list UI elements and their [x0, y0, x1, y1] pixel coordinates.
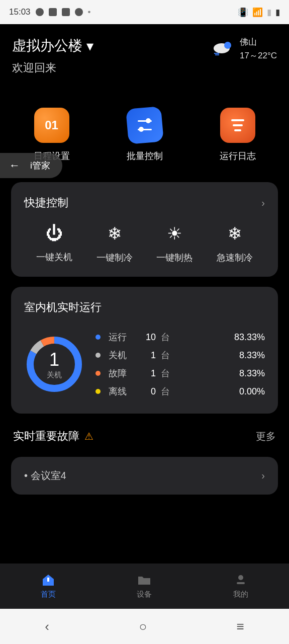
legend-dot [95, 353, 101, 358]
quick-label: 急速制冷 [217, 252, 253, 264]
runtime-donut-chart: 1 关机 [24, 334, 84, 394]
quick-label: 一键制热 [156, 252, 192, 264]
svg-rect-6 [47, 578, 49, 582]
stat-row-offline: 离线 0 台 0.00% [95, 382, 265, 400]
faults-title: 实时重要故障 [13, 429, 79, 444]
stat-unit: 台 [161, 349, 176, 361]
stat-unit: 台 [161, 331, 176, 343]
stat-count: 1 [136, 350, 156, 361]
stat-pct: 0.00% [181, 386, 265, 397]
status-dot: • [88, 7, 91, 17]
legend-dot [95, 371, 101, 376]
svg-point-7 [238, 575, 243, 580]
card-title: 快捷控制 [24, 195, 68, 210]
stat-row-off: 关机 1 台 8.33% [95, 346, 265, 364]
sys-home-button[interactable]: ○ [139, 619, 147, 634]
stat-count: 1 [136, 368, 156, 379]
home-icon [41, 574, 56, 587]
status-icon [75, 8, 83, 16]
stat-pct: 8.33% [181, 368, 265, 379]
sys-recent-button[interactable]: ≡ [237, 619, 244, 634]
quick-label: 一键关机 [36, 251, 72, 263]
back-pill[interactable]: ← i管家 [0, 153, 62, 178]
status-icon [36, 8, 44, 16]
stat-row-running: 运行 10 台 83.33% [95, 328, 265, 346]
stat-count: 10 [136, 332, 156, 343]
quick-power-off[interactable]: ⏻ 一键关机 [36, 223, 72, 264]
sliders-icon [126, 106, 164, 144]
folder-icon [137, 574, 152, 587]
bottom-nav: 首页 设备 我的 [0, 564, 289, 609]
weather-widget[interactable]: 佛山 17～22°C [213, 36, 277, 61]
legend-dot [95, 335, 101, 340]
quick-label: 一键制冷 [97, 252, 133, 264]
welcome-text: 欢迎回来 [12, 60, 93, 75]
faults-header: 实时重要故障 ⚠ 更多 [0, 424, 289, 449]
quick-cool[interactable]: ❄ 一键制冷 [97, 223, 133, 264]
nav-devices[interactable]: 设备 [137, 574, 152, 599]
person-icon [233, 574, 248, 587]
system-status-bar: 15:03 • 📳 📶 ▮ ▮ [0, 0, 289, 24]
donut-label: 关机 [47, 370, 62, 380]
card-title: 室内机实时运行 [24, 300, 265, 315]
sun-icon: ☀ [167, 223, 182, 244]
stat-unit: 台 [161, 367, 176, 379]
stat-name: 关机 [109, 349, 131, 361]
donut-value: 1 [49, 349, 59, 370]
chevron-down-icon: ▾ [86, 38, 93, 54]
legend-dot [95, 389, 101, 394]
page-header: 虚拟办公楼 ▾ 欢迎回来 佛山 17～22°C [0, 24, 289, 88]
stat-name: 离线 [109, 385, 131, 397]
more-link[interactable]: 更多 [256, 430, 276, 443]
sys-back-button[interactable]: ‹ [45, 619, 49, 634]
fault-name: • 会议室4 [24, 469, 66, 482]
nav-label: 设备 [137, 590, 152, 599]
chevron-right-icon: › [261, 470, 265, 481]
calendar-date: 01 [45, 118, 58, 132]
location-name: 虚拟办公楼 [12, 36, 82, 55]
log-icon [220, 108, 255, 143]
chevron-right-icon[interactable]: › [261, 197, 265, 209]
snowflake-icon: ❄ [108, 223, 122, 244]
stat-unit: 台 [161, 385, 176, 397]
app-content: 虚拟办公楼 ▾ 欢迎回来 佛山 17～22°C ← i管家 [0, 24, 289, 564]
weather-temp: 17～22°C [240, 50, 277, 61]
stat-name: 运行 [109, 331, 131, 343]
back-pill-label: i管家 [30, 159, 50, 172]
location-selector[interactable]: 虚拟办公楼 ▾ [12, 36, 93, 55]
back-arrow-icon: ← [9, 159, 20, 172]
stat-count: 0 [136, 386, 156, 397]
system-nav-bar: ‹ ○ ≡ [0, 609, 289, 644]
battery-icon: ▮ [275, 7, 280, 18]
action-label: 批量控制 [127, 150, 163, 162]
action-batch-control[interactable]: 批量控制 [127, 108, 163, 162]
stat-pct: 83.33% [181, 332, 265, 343]
warning-icon: ⚠ [84, 430, 93, 442]
calendar-icon: 01 [34, 108, 69, 143]
vibrate-icon: 📳 [238, 7, 248, 18]
stat-row-fault: 故障 1 台 8.33% [95, 364, 265, 382]
fault-item[interactable]: • 会议室4 › [11, 457, 278, 495]
nav-profile[interactable]: 我的 [233, 574, 248, 599]
runtime-card: 室内机实时运行 1 关机 运行 10 台 [11, 287, 278, 414]
clock: 15:03 [9, 7, 31, 17]
weather-city: 佛山 [240, 36, 277, 48]
action-label: 运行日志 [220, 150, 256, 162]
runtime-stats: 运行 10 台 83.33% 关机 1 台 8.33% 故障 1 台 [95, 328, 265, 400]
quick-heat[interactable]: ☀ 一键制热 [156, 223, 192, 264]
quick-control-card: 快捷控制 › ⏻ 一键关机 ❄ 一键制冷 ☀ 一键制热 ❄ 急速制冷 [11, 182, 278, 277]
nav-label: 首页 [41, 590, 56, 599]
signal-icon: ▮ [267, 7, 271, 18]
wifi-icon: 📶 [252, 7, 263, 18]
action-log[interactable]: 运行日志 [220, 108, 256, 162]
svg-rect-8 [237, 582, 245, 584]
nav-label: 我的 [233, 590, 248, 599]
snowflake-icon: ❄ [228, 223, 242, 244]
nav-home[interactable]: 首页 [41, 574, 56, 599]
weather-icon [213, 41, 235, 56]
power-icon: ⏻ [46, 223, 63, 243]
quick-turbo-cool[interactable]: ❄ 急速制冷 [217, 223, 253, 264]
stat-pct: 8.33% [181, 350, 265, 361]
status-icon [62, 8, 70, 16]
status-icon [49, 8, 57, 16]
